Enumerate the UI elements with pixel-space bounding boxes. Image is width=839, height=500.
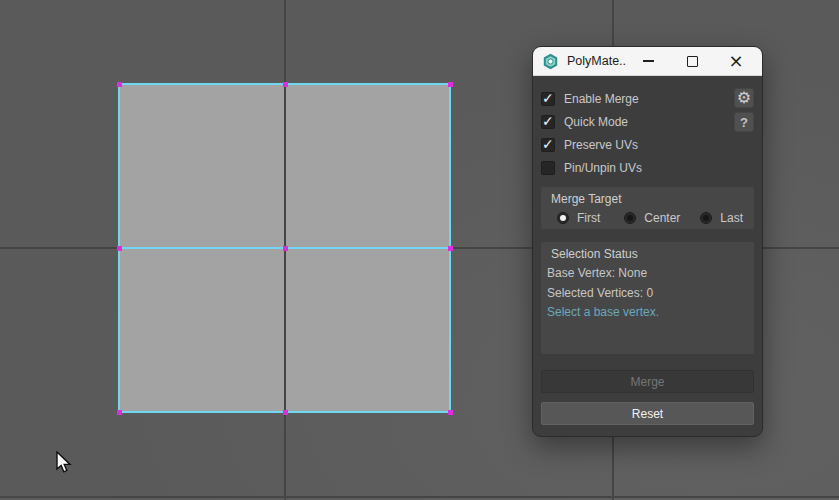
checkbox-box[interactable]: ✓: [541, 92, 555, 106]
close-button[interactable]: ×: [714, 47, 758, 76]
check-icon: ✓: [542, 113, 554, 129]
check-icon: ✓: [542, 90, 554, 106]
radio-label: First: [577, 211, 600, 225]
mesh-vertex[interactable]: [283, 410, 288, 415]
base-vertex-value: Base Vertex: None: [547, 264, 659, 284]
checkbox-quick-mode[interactable]: ✓ Quick Mode: [541, 114, 628, 130]
mesh-vertex[interactable]: [448, 82, 453, 87]
reset-button[interactable]: Reset: [541, 402, 754, 425]
settings-button[interactable]: ⚙: [734, 88, 754, 108]
window-controls: ×: [626, 47, 762, 76]
merge-button[interactable]: Merge: [541, 370, 754, 393]
close-icon: ×: [728, 52, 743, 70]
radio-last[interactable]: Last: [700, 211, 743, 225]
grid-line-horizontal: [0, 496, 839, 498]
polymate-window: PolyMate... × ✓ Enable Merge ✓ Quick Mod…: [532, 46, 763, 437]
maximize-icon: [687, 56, 698, 67]
mesh-vertex[interactable]: [117, 246, 122, 251]
checkbox-label: Pin/Unpin UVs: [564, 161, 642, 175]
gear-icon: ⚙: [737, 90, 751, 106]
merge-target-label: Merge Target: [551, 192, 621, 206]
mesh-vertex[interactable]: [117, 82, 122, 87]
selection-status-label: Selection Status: [551, 247, 638, 261]
checkbox-box[interactable]: ✓: [541, 161, 555, 175]
help-icon: ?: [740, 115, 748, 130]
status-hint: Select a base vertex.: [547, 303, 659, 323]
radio-center[interactable]: Center: [624, 211, 680, 225]
checkbox-label: Preserve UVs: [564, 138, 638, 152]
checkbox-box[interactable]: ✓: [541, 115, 555, 129]
check-icon: ✓: [542, 136, 554, 152]
checkbox-pin-unpin-uvs[interactable]: ✓ Pin/Unpin UVs: [541, 160, 642, 176]
help-button[interactable]: ?: [734, 112, 754, 132]
checkbox-label: Enable Merge: [564, 92, 639, 106]
mesh-vertex[interactable]: [448, 410, 453, 415]
radio-label: Center: [644, 211, 680, 225]
mesh-vertex[interactable]: [448, 246, 453, 251]
mesh-vertex[interactable]: [283, 246, 288, 251]
minimize-icon: [643, 60, 654, 62]
merge-target-group: Merge Target First Center Last: [541, 187, 754, 229]
maximize-button[interactable]: [670, 47, 714, 76]
selected-vertices-value: Selected Vertices: 0: [547, 284, 659, 304]
selection-status-group: Selection Status Base Vertex: None Selec…: [541, 242, 754, 354]
radio-icon: [557, 212, 569, 224]
radio-label: Last: [720, 211, 743, 225]
arrow-cursor: [55, 451, 73, 475]
window-title: PolyMate...: [567, 54, 626, 68]
mesh-vertex[interactable]: [117, 410, 122, 415]
viewport[interactable]: PolyMate... × ✓ Enable Merge ✓ Quick Mod…: [0, 0, 839, 500]
polymate-hexagon-icon: [542, 53, 559, 70]
radio-first[interactable]: First: [557, 211, 600, 225]
radio-icon: [700, 212, 712, 224]
selection-status-lines: Base Vertex: None Selected Vertices: 0 S…: [547, 264, 659, 323]
checkbox-preserve-uvs[interactable]: ✓ Preserve UVs: [541, 137, 638, 153]
checkbox-label: Quick Mode: [564, 115, 628, 129]
checkbox-enable-merge[interactable]: ✓ Enable Merge: [541, 91, 639, 107]
checkbox-box[interactable]: ✓: [541, 138, 555, 152]
minimize-button[interactable]: [626, 47, 670, 76]
merge-target-radios: First Center Last: [557, 211, 743, 225]
window-titlebar[interactable]: PolyMate... ×: [533, 47, 762, 76]
radio-icon: [624, 212, 636, 224]
mesh-vertex[interactable]: [283, 82, 288, 87]
